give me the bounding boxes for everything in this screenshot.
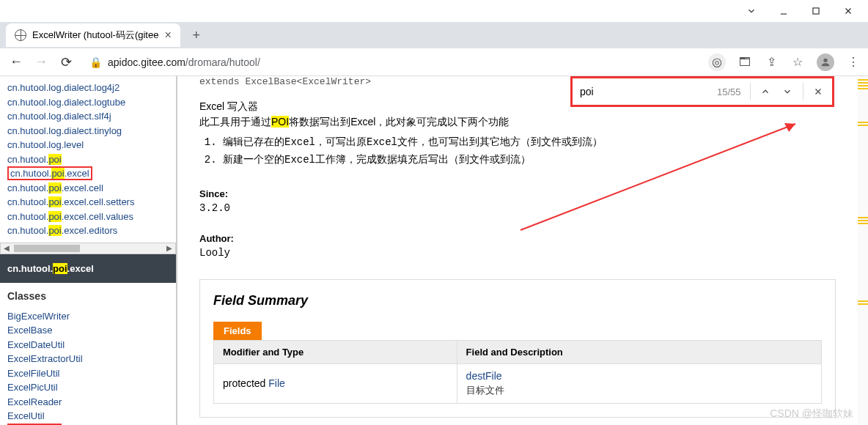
class-link[interactable]: BigExcelWriter — [7, 309, 169, 324]
since-value: 3.2.0 — [199, 202, 836, 214]
package-link[interactable]: cn.hutool.log.dialect.slf4j — [7, 109, 169, 124]
package-link[interactable]: cn.hutool.poi.excel.cell.values — [7, 210, 169, 224]
class-link[interactable]: ExcelFileUtil — [7, 366, 169, 381]
find-counter: 15/55 — [717, 86, 741, 97]
field-desc: 目标文件 — [466, 384, 812, 397]
menu-icon[interactable]: ⋮ — [846, 55, 861, 70]
class-link[interactable]: ExcelBase — [7, 323, 169, 338]
package-link[interactable]: cn.hutool.log.dialect.tinylog — [7, 124, 169, 138]
package-link[interactable]: cn.hutool.poi — [7, 152, 169, 167]
package-link[interactable]: cn.hutool.poi.excel.cell.setters — [7, 195, 169, 210]
address-bar: ← → ⟳ 🔒 apidoc.gitee.com/dromara/hutool/… — [0, 48, 868, 76]
col-modifier: Modifier and Type — [214, 340, 457, 363]
fields-badge: Fields — [213, 322, 262, 340]
since-label: Since: — [199, 188, 836, 199]
list-item: 编辑已存在的Excel，可写出原Excel文件，也可写出到其它地方（到文件或到流… — [223, 134, 836, 152]
classes-heading: Classes — [7, 290, 169, 302]
class-desc-text: 此工具用于通过POI将数据写出到Excel，此对象可完成以下两个功能 — [199, 114, 836, 130]
bookmark-icon[interactable]: ☆ — [790, 55, 805, 70]
share-icon[interactable]: ⇪ — [764, 55, 779, 70]
col-field-desc: Field and Description — [457, 340, 821, 363]
maximize-icon[interactable] — [811, 6, 821, 16]
find-input[interactable] — [580, 86, 708, 97]
current-package-header: cn.hutool.poi.excel — [0, 254, 176, 283]
forward-button[interactable]: → — [32, 53, 50, 71]
scrollbar-minimap[interactable] — [858, 76, 868, 425]
main-content: extends ExcelBase<ExcelWriter> Excel 写入器… — [176, 76, 858, 425]
table-row: protected File destFile 目标文件 — [214, 363, 822, 403]
class-link[interactable]: ExcelReader — [7, 395, 169, 410]
svg-rect-1 — [813, 8, 819, 14]
field-link[interactable]: destFile — [466, 370, 502, 382]
find-next-button[interactable] — [781, 85, 794, 98]
author-value: Looly — [199, 247, 836, 259]
url-bar[interactable]: 🔒 apidoc.gitee.com/dromara/hutool/ — [82, 56, 701, 68]
class-link[interactable]: ExcelExtractorUtil — [7, 352, 169, 366]
class-link[interactable]: ExcelDateUtil — [7, 338, 169, 352]
close-window-icon[interactable] — [843, 6, 853, 16]
translate-icon[interactable]: 🗔 — [738, 55, 752, 70]
find-in-page-bar: 15/55 — [570, 76, 834, 107]
package-link[interactable]: cn.hutool.poi.excel.editors — [7, 223, 169, 238]
feature-list: 编辑已存在的Excel，可写出原Excel文件，也可写出到其它地方（到文件或到流… — [223, 134, 836, 169]
package-link[interactable]: cn.hutool.poi.excel — [7, 166, 169, 181]
field-summary: Field Summary Fields Modifier and Type F… — [199, 279, 836, 418]
author-label: Author: — [199, 233, 836, 244]
tab-bar: ExcelWriter (hutool-码云(gitee × + — [0, 22, 868, 48]
lens-icon[interactable]: ◎ — [708, 53, 726, 71]
tab-close-icon[interactable]: × — [164, 29, 171, 42]
tab-title: ExcelWriter (hutool-码云(gitee — [32, 29, 158, 42]
package-link[interactable]: cn.hutool.log.dialect.log4j2 — [7, 81, 169, 95]
find-prev-button[interactable] — [760, 85, 773, 98]
back-button[interactable]: ← — [7, 53, 25, 71]
svg-point-4 — [823, 58, 827, 62]
list-item: 新建一个空的Excel工作簿，完成数据填充后写出（到文件或到流） — [223, 152, 836, 169]
package-list: cn.hutool.log.dialect.log4j2cn.hutool.lo… — [0, 76, 176, 243]
profile-avatar[interactable] — [817, 53, 834, 71]
package-link[interactable]: cn.hutool.log.level — [7, 138, 169, 152]
field-summary-title: Field Summary — [213, 293, 822, 308]
horizontal-scrollbar[interactable]: ◀▶ — [0, 243, 176, 254]
new-tab-button[interactable]: + — [186, 25, 207, 45]
url-domain: apidoc.gitee.com — [108, 56, 185, 68]
chevron-down-icon[interactable] — [746, 6, 757, 16]
classes-panel: Classes BigExcelWriterExcelBaseExcelDate… — [0, 283, 176, 426]
globe-icon — [15, 29, 26, 41]
package-link[interactable]: cn.hutool.log.dialect.logtube — [7, 95, 169, 110]
find-close-button[interactable] — [812, 85, 825, 98]
fields-table: Modifier and Type Field and Description … — [213, 340, 822, 404]
minimize-icon[interactable] — [779, 6, 789, 16]
type-link[interactable]: File — [268, 377, 285, 389]
url-path: /dromara/hutool/ — [185, 56, 260, 68]
reload-button[interactable]: ⟳ — [57, 53, 75, 71]
browser-tab[interactable]: ExcelWriter (hutool-码云(gitee × — [6, 23, 180, 47]
class-link[interactable]: ExcelPicUtil — [7, 380, 169, 395]
class-link[interactable]: ExcelUtil — [7, 409, 169, 424]
lock-icon: 🔒 — [89, 56, 102, 68]
package-link[interactable]: cn.hutool.poi.excel.cell — [7, 181, 169, 196]
watermark: CSDN @怪咖软妹 — [770, 407, 853, 421]
